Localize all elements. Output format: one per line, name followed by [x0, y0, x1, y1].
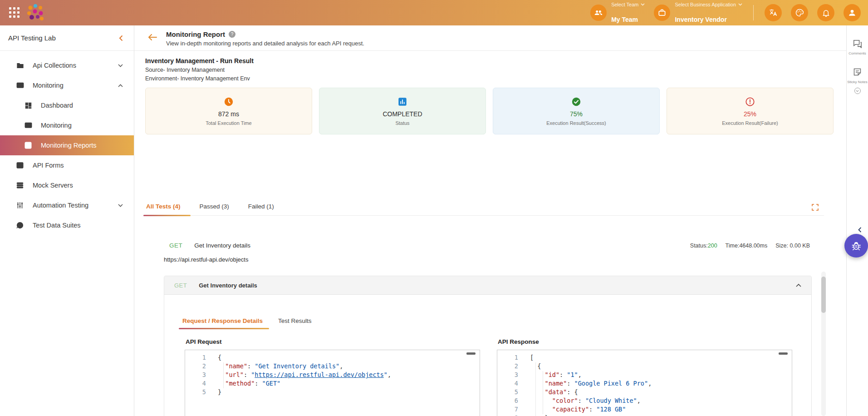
bug-icon: [850, 240, 862, 252]
code-line: 3 "url": "https://api.restful-api.dev/ob…: [185, 371, 480, 379]
test-row-header[interactable]: GET Get Inventory details Status:200 Tim…: [169, 242, 810, 249]
tab-all-tests[interactable]: All Tests (4): [145, 203, 181, 215]
sticky-notes-button[interactable]: Sticky Notes: [847, 67, 867, 84]
sidebar-item-label: Monitoring: [41, 122, 72, 129]
code-line: 1{: [185, 353, 480, 362]
sidebar-item-monitoring-sub[interactable]: Monitoring: [0, 115, 134, 135]
comments-button[interactable]: Comments: [848, 39, 866, 55]
tab-request-response-details[interactable]: Request / Response Details: [182, 317, 263, 329]
line-number: 8: [497, 414, 518, 416]
sidebar-item-test-data-suites[interactable]: Test Data Suites: [0, 215, 134, 235]
code-area: 1{2 "name": "Get Inventory details",3 "u…: [185, 350, 480, 396]
status-label: Status:: [690, 243, 708, 249]
tab-failed[interactable]: Failed (1): [247, 203, 275, 215]
business-application-value: Inventory Vendor: [675, 16, 726, 23]
team-icon: [590, 5, 607, 21]
theme-button[interactable]: [791, 4, 808, 21]
code-line: 5}: [185, 388, 480, 396]
folder-icon: [15, 61, 25, 70]
sidebar-item-api-forms[interactable]: API Forms: [0, 155, 134, 175]
account-button[interactable]: [843, 4, 861, 21]
stat-label: Total Execution Time: [206, 120, 252, 126]
sidebar-item-label: Automation Testing: [33, 202, 88, 209]
code-text: }: [530, 414, 549, 416]
business-application-label: Select Business Application: [675, 2, 736, 7]
team-selector[interactable]: Select Team My Team: [590, 2, 645, 24]
line-number: 4: [185, 379, 206, 388]
help-icon[interactable]: ?: [229, 31, 235, 38]
run-source: Source- Inventory Management: [145, 67, 846, 73]
chevron-down-icon: [118, 204, 123, 207]
notifications-button[interactable]: [817, 4, 834, 21]
bar-chart-icon: [397, 97, 407, 107]
line-number: 7: [497, 405, 518, 414]
sidebar-item-dashboard[interactable]: Dashboard: [0, 95, 134, 115]
line-number: 4: [497, 379, 518, 388]
size-value: 0.00 KB: [790, 243, 810, 249]
sidebar-item-label: Api Collections: [33, 62, 76, 69]
chevron-up-icon: [796, 283, 801, 287]
sidebar-nav: Api Collections Monitoring Dashboard: [0, 51, 134, 235]
line-number: 6: [497, 396, 518, 405]
stat-card-success: 75% Execution Result(Success): [493, 88, 660, 134]
panel-header[interactable]: GET Get Inventory details: [164, 276, 811, 295]
fullscreen-button[interactable]: [812, 204, 819, 211]
code-line: 2 "name": "Get Inventory details",: [185, 362, 480, 371]
indent-guide: [543, 371, 543, 414]
page-header: Monitoring Report ? View in-depth monito…: [134, 25, 846, 51]
topbar: Select Team My Team Select Business Appl…: [0, 0, 868, 25]
test-detail-panel: GET Get Inventory details Request / Resp…: [164, 276, 812, 416]
panel-tabs: Request / Response Details Test Results: [182, 317, 811, 329]
http-method-badge: GET: [169, 242, 182, 249]
comments-icon: [853, 39, 863, 48]
language-button[interactable]: [765, 4, 782, 21]
sidebar-item-api-collections[interactable]: Api Collections: [0, 55, 134, 75]
scrollbar-thumb[interactable]: [779, 352, 788, 355]
sidebar-header: API Testing Lab: [0, 25, 134, 51]
fullscreen-icon: [812, 204, 819, 211]
clock-icon: [224, 97, 234, 107]
sticky-note-icon: [853, 67, 862, 77]
code-line: 1[: [497, 353, 792, 362]
api-request-editor[interactable]: 1{2 "name": "Get Inventory details",3 "u…: [185, 350, 480, 416]
briefcase-icon: [654, 5, 670, 21]
tab-passed[interactable]: Passed (3): [199, 203, 230, 215]
test-metrics: Status:200 Time:4648.00ms Size: 0.00 KB: [690, 243, 810, 249]
code-line: 3 "id": "1",: [497, 371, 792, 379]
sidebar-item-monitoring[interactable]: Monitoring: [0, 75, 134, 95]
indent-guide: [223, 362, 224, 388]
api-request-section: API Request 1{2 "name": "Get Inventory d…: [185, 338, 480, 416]
code-text: "name": "Get Inventory details",: [218, 362, 343, 371]
scrollbar-thumb[interactable]: [466, 352, 476, 355]
report-chart-icon: [24, 141, 33, 150]
server-icon: [15, 181, 25, 190]
app-shell: API Testing Lab Api Collections Monitori…: [0, 25, 868, 416]
api-response-editor[interactable]: 1[2 {3 "id": "1",4 "name": "Google Pixel…: [497, 350, 792, 416]
code-area: 1[2 {3 "id": "1",4 "name": "Google Pixel…: [497, 350, 792, 416]
brand-logo[interactable]: [25, 3, 45, 23]
code-text: {: [218, 353, 221, 362]
app-launcher-icon[interactable]: [9, 7, 20, 18]
api-response-title: API Response: [498, 338, 792, 345]
sidebar-item-automation-testing[interactable]: Automation Testing: [0, 195, 134, 215]
code-text: "method": "GET": [218, 379, 280, 388]
tests-scrollbar-thumb[interactable]: [821, 277, 826, 313]
rail-more-button[interactable]: [854, 88, 861, 94]
code-line: 7 "capacity": "128 GB": [497, 405, 792, 414]
line-number: 2: [497, 362, 518, 371]
stat-value: 872 ms: [218, 110, 239, 118]
team-selector-value: My Team: [611, 16, 638, 23]
back-button[interactable]: [148, 34, 157, 40]
test-data-icon: [15, 221, 25, 230]
collapse-panel-button[interactable]: [796, 283, 801, 287]
tests-scrollbar-track[interactable]: [821, 272, 826, 416]
sidebar-item-mock-servers[interactable]: Mock Servers: [0, 175, 134, 195]
business-application-selector[interactable]: Select Business Application Inventory Ve…: [654, 2, 742, 24]
bug-report-button[interactable]: [844, 234, 868, 258]
stat-value: 75%: [570, 110, 583, 118]
sidebar-collapse-button[interactable]: [119, 35, 123, 41]
tab-test-results[interactable]: Test Results: [278, 317, 312, 329]
sidebar-item-label: API Forms: [33, 162, 64, 169]
line-number: 3: [185, 371, 206, 379]
sidebar-item-monitoring-reports[interactable]: Monitoring Reports: [0, 135, 134, 155]
